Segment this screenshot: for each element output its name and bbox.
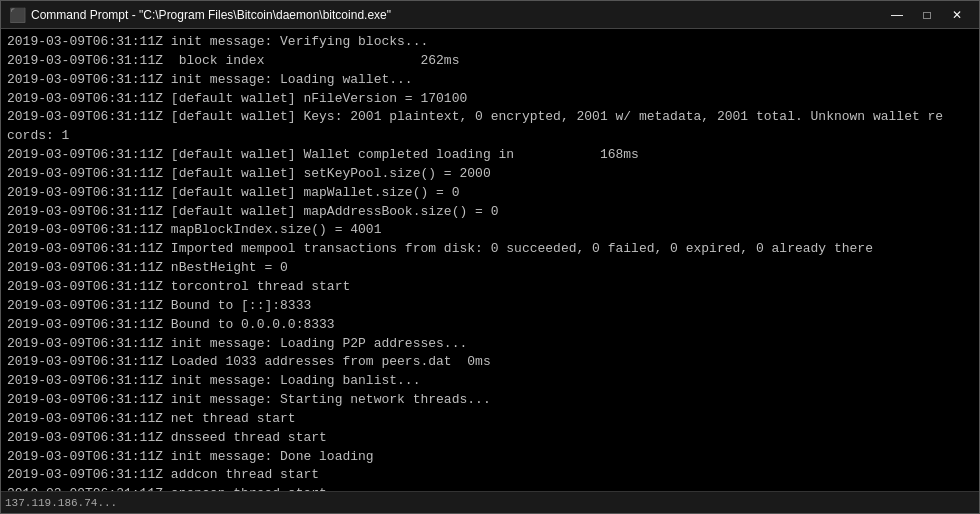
titlebar: ⬛ Command Prompt - "C:\Program Files\Bit… (1, 1, 979, 29)
terminal-line: 2019-03-09T06:31:11Z mapBlockIndex.size(… (7, 221, 973, 240)
terminal-line: 2019-03-09T06:31:11Z dnsseed thread star… (7, 429, 973, 448)
terminal-line: 2019-03-09T06:31:11Z Imported mempool tr… (7, 240, 973, 259)
window-title: Command Prompt - "C:\Program Files\Bitco… (31, 8, 391, 22)
terminal-line: 2019-03-09T06:31:11Z nBestHeight = 0 (7, 259, 973, 278)
terminal-line: 2019-03-09T06:31:11Z Loaded 1033 address… (7, 353, 973, 372)
taskbar: 137.119.186.74... (1, 491, 979, 513)
window-controls: — □ ✕ (883, 4, 971, 26)
terminal-line: cords: 1 (7, 127, 973, 146)
terminal-line: 2019-03-09T06:31:11Z init message: Verif… (7, 33, 973, 52)
terminal-line: 2019-03-09T06:31:11Z init message: Loadi… (7, 372, 973, 391)
terminal-line: 2019-03-09T06:31:11Z init message: Done … (7, 448, 973, 467)
maximize-button[interactable]: □ (913, 4, 941, 26)
minimize-button[interactable]: — (883, 4, 911, 26)
terminal-line: 2019-03-09T06:31:11Z init message: Start… (7, 391, 973, 410)
close-button[interactable]: ✕ (943, 4, 971, 26)
terminal-line: 2019-03-09T06:31:11Z [default wallet] Wa… (7, 146, 973, 165)
titlebar-left: ⬛ Command Prompt - "C:\Program Files\Bit… (9, 7, 391, 23)
window: ⬛ Command Prompt - "C:\Program Files\Bit… (0, 0, 980, 514)
terminal-line: 2019-03-09T06:31:11Z [default wallet] nF… (7, 90, 973, 109)
taskbar-text: 137.119.186.74... (5, 497, 117, 509)
terminal-line: 2019-03-09T06:31:11Z torcontrol thread s… (7, 278, 973, 297)
terminal-output: 2019-03-09T06:31:11Z init message: Verif… (1, 29, 979, 491)
terminal-line: 2019-03-09T06:31:11Z block index 262ms (7, 52, 973, 71)
terminal-line: 2019-03-09T06:31:11Z init message: Loadi… (7, 71, 973, 90)
terminal-line: 2019-03-09T06:31:11Z [default wallet] ma… (7, 184, 973, 203)
terminal-line: 2019-03-09T06:31:11Z [default wallet] ma… (7, 203, 973, 222)
terminal-line: 2019-03-09T06:31:11Z init message: Loadi… (7, 335, 973, 354)
terminal-line: 2019-03-09T06:31:11Z [default wallet] se… (7, 165, 973, 184)
terminal-line: 2019-03-09T06:31:11Z net thread start (7, 410, 973, 429)
app-icon: ⬛ (9, 7, 25, 23)
terminal-line: 2019-03-09T06:31:11Z Bound to [::]:8333 (7, 297, 973, 316)
terminal-line: 2019-03-09T06:31:11Z Bound to 0.0.0.0:83… (7, 316, 973, 335)
terminal-line: 2019-03-09T06:31:11Z [default wallet] Ke… (7, 108, 973, 127)
terminal-line: 2019-03-09T06:31:11Z addcon thread start (7, 466, 973, 485)
